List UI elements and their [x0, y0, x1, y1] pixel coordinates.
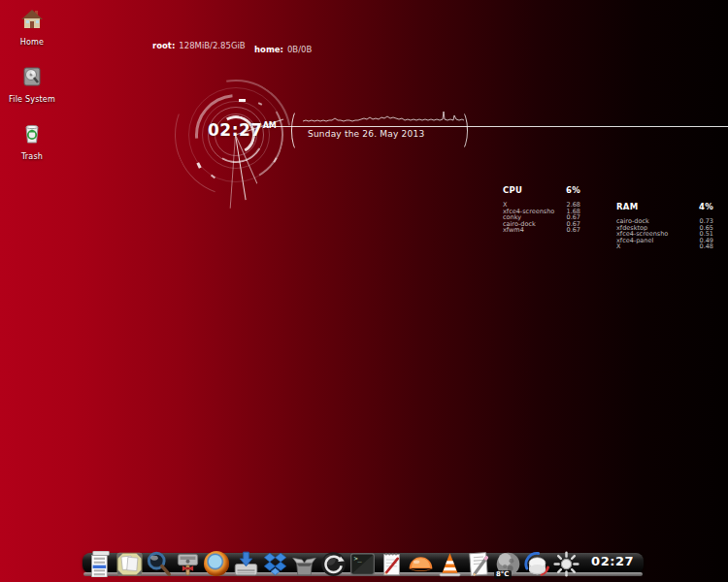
date-rule-line [264, 126, 728, 127]
dock-clock[interactable]: 02:27 [591, 554, 641, 568]
cpu-usage: 6% [566, 185, 580, 195]
dock-item-search[interactable] [146, 551, 172, 577]
desktop-item-label: Trash [4, 152, 60, 161]
process-row: xfwm40.67 [503, 227, 580, 234]
process-row: xfce4-panel0.49 [616, 238, 713, 244]
hard-disk-icon [20, 65, 44, 88]
applications-menu-icon [87, 551, 114, 577]
ram-title: RAM [616, 202, 638, 211]
disk-usage-home: home:0B/0B [254, 45, 312, 54]
trash-icon [20, 122, 44, 146]
file-manager-icon [116, 551, 143, 577]
date-text: Sunday the 26. May 2013 [308, 129, 424, 139]
svg-text:>_: >_ [354, 555, 363, 563]
volume-knob-icon [524, 551, 550, 577]
screenshot-camera-icon [175, 551, 201, 577]
root-label: root: [152, 41, 175, 50]
dropbox-icon [262, 551, 288, 577]
dock-item-package[interactable] [291, 551, 317, 577]
dock-item-editor[interactable] [466, 551, 492, 577]
dock-item-applications-menu[interactable] [87, 551, 114, 577]
disk-usage-root: root:128MiB/2.85GiB [152, 41, 246, 50]
ram-monitor: RAM 4% cairo-dock0.73 xfdesktop0.65 xfce… [616, 202, 713, 250]
ram-usage: 4% [699, 202, 713, 211]
dock-item-volume[interactable] [524, 551, 550, 577]
package-box-icon [291, 551, 317, 577]
home-icon [20, 8, 44, 31]
update-refresh-icon [320, 551, 347, 577]
search-icon [146, 551, 172, 577]
clock-time: 02:27AM [208, 120, 277, 140]
clementine-icon [408, 551, 434, 577]
dock-item-clementine[interactable] [408, 551, 434, 577]
dock-item-screenshot[interactable] [175, 551, 201, 577]
vlc-cone-icon [437, 551, 463, 577]
dock-item-update[interactable] [320, 551, 347, 577]
notes-pencil-icon [379, 551, 405, 577]
process-row: X0.48 [616, 243, 713, 250]
firefox-icon [204, 551, 229, 576]
home-value: 0B/0B [287, 45, 312, 54]
cpu-monitor: CPU 6% X2.68 xfce4-screensho1.68 conky0.… [503, 185, 580, 234]
dock-item-file-manager[interactable] [116, 551, 143, 577]
dock-item-weather[interactable]: 8°C [495, 551, 521, 577]
desktop-item-trash[interactable]: Trash [4, 122, 60, 161]
desktop-icon-column: Home File System [4, 8, 60, 179]
root-value: 128MiB/2.85GiB [179, 41, 245, 50]
activity-graph [303, 108, 464, 124]
cpu-title: CPU [503, 185, 522, 195]
dock-item-notes[interactable] [379, 551, 405, 577]
desktop-item-label: File System [4, 95, 60, 104]
dock-item-dropbox[interactable] [262, 551, 288, 577]
dock-item-brightness[interactable] [553, 551, 579, 577]
desktop-item-filesystem[interactable]: File System [4, 65, 60, 104]
dock-item-terminal[interactable]: >_ [349, 551, 376, 577]
dock-item-vlc[interactable] [437, 551, 463, 577]
dock: >_ [83, 548, 644, 582]
desktop-item-label: Home [4, 38, 60, 47]
install-drive-icon [233, 551, 259, 577]
weather-temperature: 8°C [494, 570, 512, 579]
clock-tick [239, 99, 246, 102]
desktop-background: Home File System [0, 0, 728, 582]
dock-item-install[interactable] [233, 551, 259, 577]
dock-item-firefox[interactable] [204, 551, 230, 577]
brightness-sun-icon [553, 551, 579, 577]
terminal-icon: >_ [349, 551, 376, 577]
document-edit-icon [466, 551, 492, 577]
desktop-item-home[interactable]: Home [4, 8, 60, 47]
home-label: home: [254, 45, 283, 54]
